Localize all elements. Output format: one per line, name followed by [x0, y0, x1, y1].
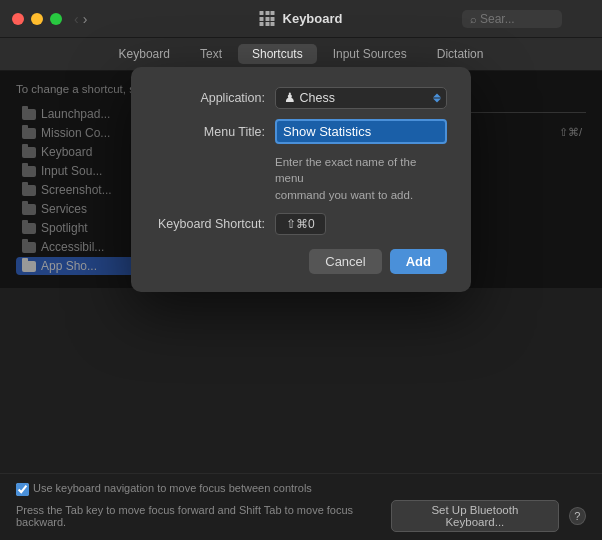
window-title-area: Keyboard: [260, 11, 343, 26]
tab-keyboard[interactable]: Keyboard: [105, 44, 184, 64]
tab-bar: Keyboard Text Shortcuts Input Sources Di…: [0, 38, 602, 71]
forward-arrow[interactable]: ›: [83, 11, 88, 27]
shortcut-display[interactable]: ⇧⌘0: [275, 213, 326, 235]
add-shortcut-modal: Application: ♟ Chess Menu Title:: [131, 67, 471, 291]
application-row: Application: ♟ Chess: [155, 87, 447, 109]
modal-overlay: Application: ♟ Chess Menu Title:: [0, 71, 602, 288]
menu-title-row: Menu Title:: [155, 119, 447, 144]
tab-text: Press the Tab key to move focus forward …: [16, 504, 391, 528]
shortcut-input-wrapper: ⇧⌘0: [275, 213, 447, 235]
main-content: To change a shortcut, select it, click t…: [0, 71, 602, 288]
hint-text: Enter the exact name of the menu command…: [275, 154, 447, 202]
traffic-lights: [12, 13, 62, 25]
tab-dictation[interactable]: Dictation: [423, 44, 498, 64]
application-select-wrapper: ♟ Chess: [275, 87, 447, 109]
search-input[interactable]: [480, 12, 560, 26]
bluetooth-button[interactable]: Set Up Bluetooth Keyboard...: [391, 500, 559, 532]
close-button[interactable]: [12, 13, 24, 25]
tab-input-sources[interactable]: Input Sources: [319, 44, 421, 64]
help-button[interactable]: ?: [569, 507, 586, 525]
back-arrow[interactable]: ‹: [74, 11, 79, 27]
add-button[interactable]: Add: [390, 249, 447, 274]
tab-shortcuts[interactable]: Shortcuts: [238, 44, 317, 64]
bottom-bar-row: Press the Tab key to move focus forward …: [16, 500, 586, 532]
nav-arrows: ‹ ›: [74, 11, 87, 27]
window-title: Keyboard: [283, 11, 343, 26]
nav-text: Use keyboard navigation to move focus be…: [33, 482, 312, 494]
fullscreen-button[interactable]: [50, 13, 62, 25]
application-label: Application:: [155, 91, 275, 105]
keyboard-shortcut-row: Keyboard Shortcut: ⇧⌘0: [155, 213, 447, 235]
tab-text[interactable]: Text: [186, 44, 236, 64]
minimize-button[interactable]: [31, 13, 43, 25]
keyboard-shortcut-label: Keyboard Shortcut:: [155, 217, 275, 231]
menu-title-input-wrapper: [275, 119, 447, 144]
search-icon: ⌕: [470, 13, 477, 25]
cancel-button[interactable]: Cancel: [309, 249, 381, 274]
menu-title-label: Menu Title:: [155, 125, 275, 139]
bottom-bar: Use keyboard navigation to move focus be…: [0, 473, 602, 540]
application-select[interactable]: ♟ Chess: [275, 87, 447, 109]
menu-title-input[interactable]: [275, 119, 447, 144]
title-bar: ‹ › Keyboard ⌕: [0, 0, 602, 38]
nav-checkbox[interactable]: [16, 483, 29, 496]
search-bar[interactable]: ⌕: [462, 10, 562, 28]
modal-buttons: Cancel Add: [155, 249, 447, 274]
app-grid-icon: [260, 11, 275, 26]
